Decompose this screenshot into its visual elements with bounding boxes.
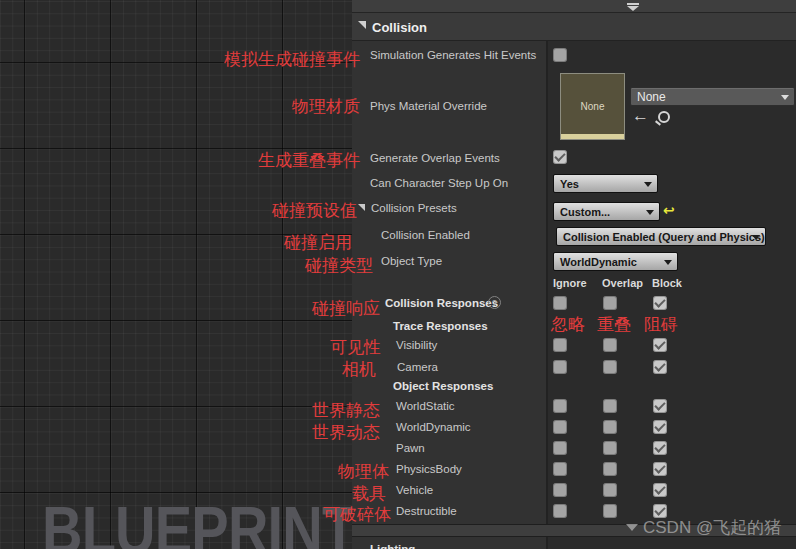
collapse-all-icon[interactable]: [627, 3, 639, 11]
responses-main-overlap-checkbox[interactable]: [603, 296, 617, 310]
step-up-label: Can Character Step Up On: [370, 177, 508, 189]
sim-hit-events-label: Simulation Generates Hit Events: [370, 49, 536, 61]
presets-value: Custom...: [560, 206, 610, 218]
destructible-ignore-checkbox[interactable]: [553, 504, 567, 518]
response-row-destructible: Destructible: [396, 505, 457, 517]
annotation-vehicle: 载具: [352, 482, 386, 505]
annotation-presets: 碰撞预设值: [272, 199, 357, 222]
object-responses-header: Object Responses: [393, 380, 493, 392]
dropdown-arrow-icon: [646, 210, 654, 215]
step-up-dropdown[interactable]: Yes: [553, 174, 658, 193]
camera-ignore-checkbox[interactable]: [553, 360, 567, 374]
camera-overlap-checkbox[interactable]: [603, 360, 617, 374]
annotation-worlddynamic: 世界动态: [312, 421, 380, 444]
screenshot-root: BLUEPRINT Collision Simulation Generates…: [0, 0, 796, 549]
overlap-events-label: Generate Overlap Events: [370, 152, 500, 164]
blueprint-watermark: BLUEPRINT: [42, 492, 355, 549]
object-type-value: WorldDynamic: [560, 256, 637, 268]
pawn-block-checkbox[interactable]: [653, 441, 667, 455]
response-row-vehicle: Vehicle: [396, 484, 433, 496]
vehicle-overlap-checkbox[interactable]: [603, 483, 617, 497]
phys-material-dropdown[interactable]: None: [630, 87, 795, 106]
use-selected-asset-icon[interactable]: ←: [632, 106, 649, 126]
csdn-watermark-text: CSDN @飞起的猪: [643, 516, 781, 539]
label-column: [352, 41, 548, 524]
pawn-ignore-checkbox[interactable]: [553, 441, 567, 455]
panel-top-bar: [352, 0, 796, 13]
response-row-pawn: Pawn: [396, 442, 425, 454]
worlddynamic-block-checkbox[interactable]: [653, 420, 667, 434]
visibility-ignore-checkbox[interactable]: [553, 338, 567, 352]
annotation-responses: 碰撞响应: [312, 297, 380, 320]
worldstatic-overlap-checkbox[interactable]: [603, 399, 617, 413]
dropdown-arrow-icon: [752, 235, 760, 240]
response-row-camera: Camera: [397, 361, 438, 373]
annotation-destructible: 可破碎体: [323, 503, 391, 526]
browse-asset-icon[interactable]: [658, 111, 670, 123]
destructible-overlap-checkbox[interactable]: [603, 504, 617, 518]
presets-expand-triangle-icon[interactable]: [358, 204, 365, 211]
annotation-block: 阻碍: [644, 313, 678, 336]
help-question-icon[interactable]: ?: [488, 296, 501, 309]
collision-enabled-value: Collision Enabled (Query and Physics): [563, 231, 765, 243]
phys-material-value: None: [637, 90, 666, 104]
object-type-label: Object Type: [381, 255, 442, 267]
lighting-section-title: Lighting: [370, 543, 415, 549]
dropdown-arrow-icon: [644, 182, 652, 187]
dropdown-arrow-icon: [781, 95, 789, 100]
collision-presets-dropdown[interactable]: Custom...: [553, 202, 660, 221]
collision-presets-label: Collision Presets: [371, 202, 457, 214]
annotation-visibility: 可见性: [330, 336, 381, 359]
annotation-ignore: 忽略: [551, 313, 585, 336]
worlddynamic-overlap-checkbox[interactable]: [603, 420, 617, 434]
vehicle-block-checkbox[interactable]: [653, 483, 667, 497]
response-row-worlddynamic: WorldDynamic: [396, 421, 471, 433]
section-title: Collision: [372, 20, 427, 35]
thumbnail-none-text: None: [581, 101, 605, 112]
responses-main-ignore-checkbox[interactable]: [553, 296, 567, 310]
response-row-visibility: Visibility: [396, 339, 437, 351]
column-header-overlap: Overlap: [602, 277, 643, 289]
pawn-overlap-checkbox[interactable]: [603, 441, 617, 455]
csdn-triangle-icon: [626, 524, 638, 531]
csdn-watermark: CSDN @飞起的猪: [626, 516, 781, 539]
phys-material-label: Phys Material Override: [370, 100, 487, 112]
worlddynamic-ignore-checkbox[interactable]: [553, 420, 567, 434]
section-expand-triangle-icon[interactable]: [358, 21, 366, 29]
column-header-ignore: Ignore: [553, 277, 587, 289]
overlap-events-checkbox[interactable]: [553, 150, 567, 164]
worldstatic-block-checkbox[interactable]: [653, 399, 667, 413]
annotation-overlap: 重叠: [597, 313, 631, 336]
physicsbody-ignore-checkbox[interactable]: [553, 462, 567, 476]
annotation-physicsbody: 物理体: [338, 460, 389, 483]
physicsbody-overlap-checkbox[interactable]: [603, 462, 617, 476]
responses-main-block-checkbox[interactable]: [653, 296, 667, 310]
worldstatic-ignore-checkbox[interactable]: [553, 399, 567, 413]
camera-block-checkbox[interactable]: [653, 360, 667, 374]
thumbnail-color-strip: [561, 134, 624, 139]
object-type-dropdown[interactable]: WorldDynamic: [553, 252, 678, 271]
response-row-worldstatic: WorldStatic: [396, 400, 455, 412]
physicsbody-block-checkbox[interactable]: [653, 462, 667, 476]
column-header-block: Block: [652, 277, 682, 289]
annotation-worldstatic: 世界静态: [312, 399, 380, 422]
visibility-overlap-checkbox[interactable]: [603, 338, 617, 352]
annotation-sim-hit-events: 模拟生成碰撞事件: [224, 48, 360, 71]
sim-hit-events-checkbox[interactable]: [553, 48, 567, 62]
step-up-value: Yes: [560, 178, 579, 190]
phys-material-thumbnail[interactable]: None: [560, 73, 625, 140]
annotation-camera: 相机: [342, 358, 376, 381]
collision-responses-label: Collision Responses: [385, 297, 498, 309]
collision-enabled-label: Collision Enabled: [381, 229, 470, 241]
annotation-object-type: 碰撞类型: [305, 254, 373, 277]
reset-to-default-icon[interactable]: ↩: [663, 202, 675, 218]
visibility-block-checkbox[interactable]: [653, 338, 667, 352]
vehicle-ignore-checkbox[interactable]: [553, 483, 567, 497]
dropdown-arrow-icon: [664, 260, 672, 265]
collision-enabled-dropdown[interactable]: Collision Enabled (Query and Physics): [556, 227, 766, 246]
trace-responses-header: Trace Responses: [393, 320, 488, 332]
annotation-overlap-events: 生成重叠事件: [258, 149, 360, 172]
response-row-physicsbody: PhysicsBody: [396, 463, 462, 475]
annotation-collision-enabled: 碰撞启用: [284, 231, 352, 254]
annotation-phys-material: 物理材质: [292, 95, 360, 118]
